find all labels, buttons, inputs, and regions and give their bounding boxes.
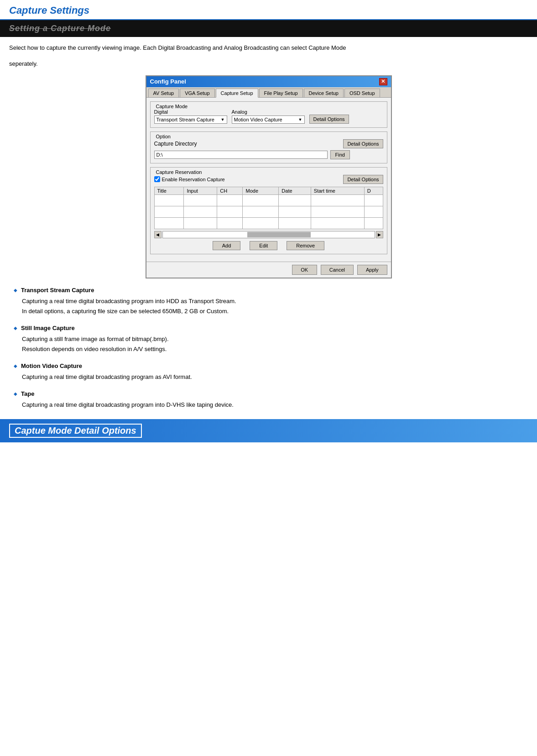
dialog-body: Capture Mode Digital Transport Stream Ca… xyxy=(146,98,391,262)
dialog-close-button[interactable]: ✕ xyxy=(379,78,387,85)
digital-group: Digital Transport Stream Capture ▼ xyxy=(154,109,227,124)
bullet-icon-1: ◆ xyxy=(14,326,17,331)
intro-text-line1: Select how to capture the currently view… xyxy=(9,43,528,53)
table-row xyxy=(154,206,383,217)
col-ch: CH xyxy=(217,187,243,194)
add-button[interactable]: Add xyxy=(213,241,241,250)
bullet-section-1: ◆ Still Image Capture Capturing a still … xyxy=(9,325,528,354)
reservation-detail-options-button[interactable]: Detail Options xyxy=(343,175,383,184)
tab-device-setup[interactable]: Device Setup xyxy=(304,89,344,97)
capture-mode-fieldset: Capture Mode Digital Transport Stream Ca… xyxy=(150,101,387,128)
bullet-heading-1: Still Image Capture xyxy=(21,325,75,331)
col-date: Date xyxy=(279,187,311,194)
bottom-bar-title: Captue Mode Detail Options xyxy=(9,424,142,438)
capture-mode-legend: Capture Mode xyxy=(154,104,383,109)
bullet-title-1: ◆ Still Image Capture xyxy=(14,325,528,331)
col-input: Input xyxy=(184,187,217,194)
col-title: Title xyxy=(154,187,184,194)
find-button[interactable]: Find xyxy=(330,150,350,159)
bullet-section-2: ◆ Motion Video Capture Capturing a real … xyxy=(9,362,528,382)
col-start-time: Start time xyxy=(311,187,364,194)
bullet-title-0: ◆ Transport Stream Capture xyxy=(14,287,528,294)
tab-capture-setup[interactable]: Capture Setup xyxy=(216,89,258,98)
remove-button[interactable]: Remove xyxy=(287,241,324,250)
analog-select-arrow: ▼ xyxy=(298,117,302,122)
config-panel: Config Panel ✕ AV Setup VGA Setup Captur… xyxy=(146,75,392,278)
page-title: Capture Settings xyxy=(9,5,528,16)
apply-button[interactable]: Apply xyxy=(357,265,387,275)
bullet-text-1-1: Resolution depends on video resolution i… xyxy=(14,344,528,354)
bullet-icon-3: ◆ xyxy=(14,391,17,396)
tab-vga-setup[interactable]: VGA Setup xyxy=(180,89,214,97)
bullet-icon-2: ◆ xyxy=(14,363,17,368)
table-row xyxy=(154,194,383,206)
tab-osd-setup[interactable]: OSD Setup xyxy=(344,89,380,97)
bullet-section-0: ◆ Transport Stream Capture Capturing a r… xyxy=(9,287,528,316)
directory-input[interactable] xyxy=(154,151,328,159)
page-header: Capture Settings xyxy=(0,0,537,20)
scroll-left-button[interactable]: ◀ xyxy=(154,231,162,238)
enable-reservation-label[interactable]: Enable Reservation Capture xyxy=(154,176,225,182)
bullet-heading-2: Motion Video Capture xyxy=(21,362,82,369)
bullet-icon-0: ◆ xyxy=(14,288,17,293)
tab-bar: AV Setup VGA Setup Capture Setup File Pl… xyxy=(146,87,391,98)
enable-reservation-text: Enable Reservation Capture xyxy=(162,177,225,182)
option-row: Capture Directory Detail Options xyxy=(154,139,383,148)
digital-select[interactable]: Transport Stream Capture ▼ xyxy=(154,116,227,124)
analog-group: Analog Motion Video Capture ▼ xyxy=(232,109,305,124)
reservation-table: Title Input CH Mode Date Start time D xyxy=(154,187,383,229)
digital-select-arrow: ▼ xyxy=(221,117,225,122)
bullet-text-0-0: Capturing a real time digital broadcasti… xyxy=(14,296,528,306)
bullet-text-0-1: In detail options, a capturing file size… xyxy=(14,306,528,316)
analog-label: Analog xyxy=(232,109,305,115)
edit-button[interactable]: Edit xyxy=(250,241,277,250)
bullet-section-3: ◆ Tape Capturing a real time digital bro… xyxy=(9,390,528,410)
dialog-wrapper: Config Panel ✕ AV Setup VGA Setup Captur… xyxy=(9,75,528,278)
digital-label: Digital xyxy=(154,109,227,115)
section-heading: Setting a Capture Mode xyxy=(9,24,528,33)
option-detail-options-button[interactable]: Detail Options xyxy=(343,139,383,148)
bullet-heading-3: Tape xyxy=(21,390,34,397)
col-d: D xyxy=(364,187,383,194)
dialog-title: Config Panel xyxy=(150,78,186,85)
reservation-fieldset: Capture Reservation Enable Reservation C… xyxy=(150,167,387,254)
reservation-header: Enable Reservation Capture Detail Option… xyxy=(154,175,383,184)
digital-select-value: Transport Stream Capture xyxy=(156,117,214,122)
intro-text-line2: seperately. xyxy=(9,59,528,69)
scroll-right-button[interactable]: ▶ xyxy=(376,231,383,238)
table-row xyxy=(154,217,383,229)
dialog-footer: OK Cancel Apply xyxy=(146,262,391,278)
content-area: Select how to capture the currently view… xyxy=(0,43,537,410)
reservation-legend: Capture Reservation xyxy=(154,169,383,175)
col-mode: Mode xyxy=(243,187,279,194)
scrollbar-row: ◀ ▶ xyxy=(154,231,383,238)
bullet-text-1-0: Capturing a still frame image as format … xyxy=(14,334,528,344)
option-fieldset: Option Capture Directory Detail Options … xyxy=(150,131,387,163)
ok-button[interactable]: OK xyxy=(292,265,317,275)
bullet-text-2-0: Capturing a real time digital broadcasti… xyxy=(14,372,528,382)
option-legend: Option xyxy=(154,134,383,139)
scroll-track[interactable] xyxy=(162,231,375,238)
section-heading-bar: Setting a Capture Mode xyxy=(0,20,537,37)
capture-mode-row: Digital Transport Stream Capture ▼ Analo… xyxy=(154,109,383,124)
capture-directory-label: Capture Directory xyxy=(154,141,197,147)
bullet-title-2: ◆ Motion Video Capture xyxy=(14,362,528,369)
tab-file-play-setup[interactable]: File Play Setup xyxy=(259,89,303,97)
cancel-button[interactable]: Cancel xyxy=(321,265,354,275)
bullet-heading-0: Transport Stream Capture xyxy=(21,287,94,294)
analog-select[interactable]: Motion Video Capture ▼ xyxy=(232,116,305,124)
tab-av-setup[interactable]: AV Setup xyxy=(148,89,179,97)
analog-select-value: Motion Video Capture xyxy=(234,117,282,122)
enable-reservation-checkbox[interactable] xyxy=(154,176,160,182)
action-buttons: Add Edit Remove xyxy=(154,241,383,250)
capture-mode-detail-options-button[interactable]: Detail Options xyxy=(309,115,349,124)
bullet-text-3-0: Capturing a real time digital broadcasti… xyxy=(14,400,528,410)
dialog-titlebar: Config Panel ✕ xyxy=(146,76,391,87)
directory-field: Find xyxy=(154,150,383,159)
scroll-thumb xyxy=(247,232,311,237)
bullet-title-3: ◆ Tape xyxy=(14,390,528,397)
bottom-bar: Captue Mode Detail Options xyxy=(0,419,537,442)
